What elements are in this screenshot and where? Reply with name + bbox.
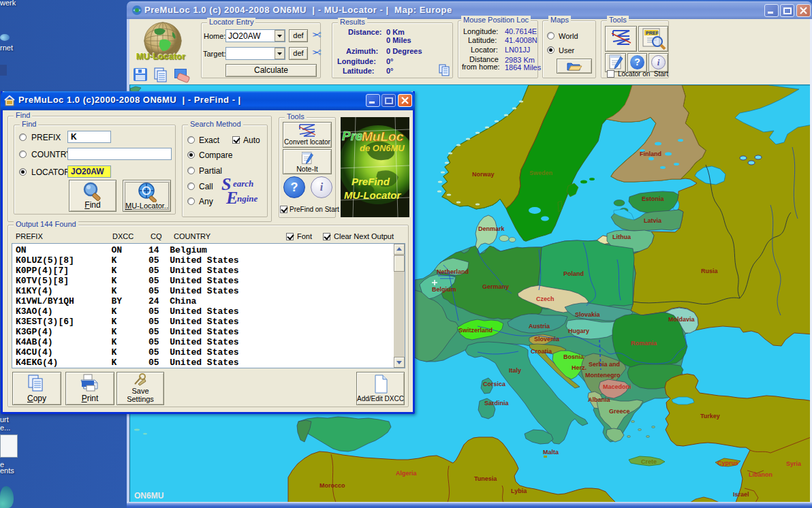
svg-text:Greece: Greece (609, 408, 630, 415)
svg-text:Denmark: Denmark (478, 225, 505, 232)
svg-text:Czech: Czech (536, 296, 555, 302)
svg-text:Estonia: Estonia (642, 195, 665, 202)
svg-text:Israel: Israel (733, 491, 749, 498)
svg-text:Herz.: Herz. (572, 364, 587, 371)
svg-text:Germany: Germany (482, 283, 509, 290)
svg-text:Netherland: Netherland (437, 268, 469, 275)
svg-text:de ON6MU: de ON6MU (360, 143, 405, 153)
svg-text:Bosnia: Bosnia (563, 353, 584, 360)
svg-text:Turkey: Turkey (700, 413, 720, 419)
svg-text:Hugary: Hugary (568, 328, 589, 334)
svg-text:Belgium: Belgium (432, 286, 456, 293)
svg-text:MuLoc: MuLoc (362, 129, 404, 144)
svg-text:Macedoni: Macedoni (603, 383, 631, 390)
svg-text:ON6MU: ON6MU (134, 491, 163, 501)
svg-text:Poland: Poland (563, 270, 584, 277)
svg-text:Romania: Romania (631, 340, 657, 347)
svg-text:Italy: Italy (509, 367, 521, 374)
svg-text:Slovakia: Slovakia (575, 311, 601, 318)
svg-text:Libanon: Libanon (749, 471, 772, 478)
svg-text:Latvia: Latvia (644, 217, 662, 224)
svg-text:PreFind: PreFind (352, 176, 390, 187)
svg-text:Rusia: Rusia (701, 268, 719, 274)
svg-text:Malta: Malta (543, 449, 559, 456)
svg-text:MU-Locator: MU-Locator (344, 189, 401, 201)
svg-text:Norway: Norway (472, 171, 495, 178)
svg-text:Croatia: Croatia (531, 348, 552, 355)
svg-text:Crete: Crete (641, 458, 657, 465)
svg-text:Switzerland: Switzerland (458, 327, 493, 334)
svg-text:Morocco: Morocco (319, 482, 345, 489)
svg-text:Lybia: Lybia (511, 488, 527, 494)
svg-text:Austria: Austria (529, 323, 550, 330)
svg-text:Algeria: Algeria (396, 470, 418, 477)
svg-text:Slovenia: Slovenia (534, 336, 560, 343)
svg-text:Albania: Albania (588, 396, 611, 403)
svg-text:Pre: Pre (342, 129, 363, 143)
svg-text:Syria: Syria (786, 460, 802, 467)
svg-text:Moldavia: Moldavia (668, 316, 696, 323)
svg-text:Montenegro: Montenegro (585, 372, 621, 379)
svg-text:Lithua: Lithua (612, 234, 631, 240)
svg-text:Cyprus: Cyprus (717, 460, 738, 466)
svg-text:Sardinia: Sardinia (484, 400, 510, 407)
svg-text:Finland: Finland (640, 150, 661, 157)
svg-text:Corsica: Corsica (483, 381, 506, 387)
svg-text:Serbia and: Serbia and (589, 361, 620, 368)
svg-text:Tunesia: Tunesia (474, 475, 497, 482)
svg-text:Sweden: Sweden (529, 170, 552, 176)
